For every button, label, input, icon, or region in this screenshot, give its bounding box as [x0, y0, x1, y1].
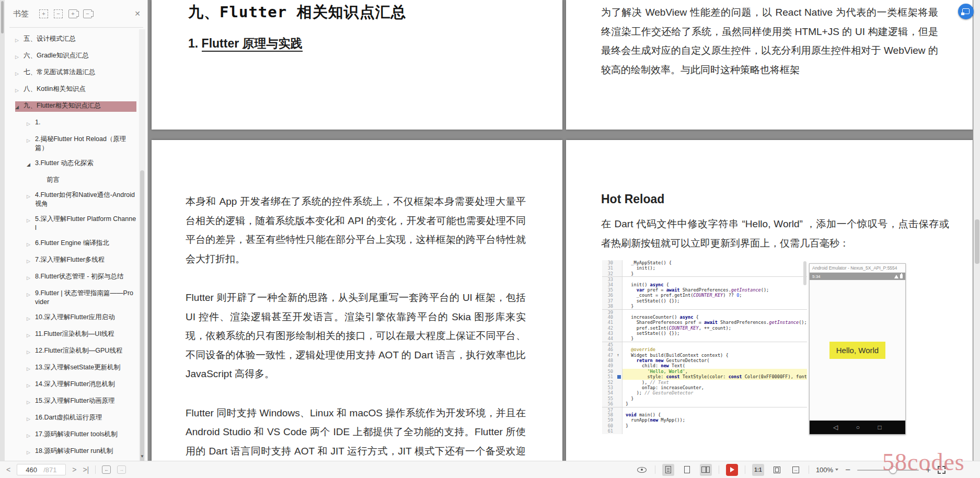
bookmark-label: 五、设计模式汇总 — [24, 34, 136, 43]
expand-toggle-icon[interactable]: ▷ — [27, 447, 35, 457]
line-number: 38 — [602, 304, 616, 309]
main-scrollbar-thumb[interactable] — [975, 219, 979, 264]
expand-toggle-icon[interactable]: ▷ — [15, 51, 24, 62]
bookmark-item[interactable]: ▷11.Flutter渲染机制—UI线程 — [15, 330, 136, 340]
line-number: 61 — [602, 428, 616, 434]
expand-all-icon[interactable]: + — [39, 9, 48, 18]
last-page-button[interactable]: >| — [83, 466, 89, 473]
bookmark-item[interactable]: ▷八、Kotlin相关知识点 — [15, 85, 136, 95]
continuous-scroll-button[interactable] — [662, 464, 674, 476]
read-mode-button[interactable] — [636, 464, 648, 476]
code-text: ), // Text — [622, 380, 807, 385]
zoom-slider-handle[interactable] — [889, 466, 897, 474]
bookmark-item[interactable]: ▷1. — [15, 118, 136, 129]
bookmark-item[interactable]: ▷13.深入理解setState更新机制 — [15, 363, 136, 374]
main-scrollbar[interactable] — [973, 0, 980, 461]
collapse-all-icon[interactable]: − — [54, 9, 63, 18]
bookmark-item[interactable]: ◢3.Flutter 动态化探索 — [15, 159, 136, 169]
sidebar-scrollbar-thumb[interactable] — [140, 170, 144, 472]
toolbar-separator — [719, 465, 719, 474]
scroll-down-arrow-icon[interactable]: ▼ — [139, 454, 145, 459]
bookmark-item[interactable]: ▷9.Flutter | 状态管理指南篇——Provider — [15, 289, 136, 307]
expand-toggle-icon[interactable]: ▷ — [27, 380, 35, 390]
expand-toggle-icon[interactable]: ▷ — [27, 363, 35, 374]
gutter-marker — [616, 304, 622, 309]
actual-size-button[interactable]: 1:1 — [752, 464, 764, 476]
page-number-input[interactable] — [19, 466, 43, 474]
expand-toggle-icon[interactable]: ▷ — [27, 430, 35, 440]
expand-toggle-icon[interactable]: ▷ — [27, 215, 35, 225]
zoom-level-dropdown[interactable]: 100% — [816, 466, 838, 474]
expand-toggle-icon[interactable]: ▷ — [15, 85, 24, 95]
expand-toggle-icon[interactable]: ▷ — [15, 68, 24, 78]
bookmark-label: 七、常见面试算法题汇总 — [24, 68, 136, 77]
toolbar-separator — [745, 465, 745, 474]
bookmark-item[interactable]: ▷7.深入理解Flutter多线程 — [15, 255, 136, 266]
bookmark-item[interactable]: ▷10.深入理解Flutter应用启动 — [15, 313, 136, 323]
expand-toggle-icon[interactable]: ▷ — [27, 313, 35, 323]
view-controls: 1:1 ↔ 100% − + — [636, 461, 946, 478]
expand-toggle-icon[interactable]: ▷ — [27, 289, 35, 299]
bookmark-item[interactable]: ▷五、设计模式汇总 — [15, 34, 136, 45]
bookmark-item[interactable]: ▷15.深入理解Flutter动画原理 — [15, 397, 136, 407]
expand-toggle-icon[interactable]: ▷ — [27, 330, 35, 340]
prev-page-button[interactable]: < — [6, 466, 10, 473]
bookmark-item[interactable]: ◢九、Flutter相关知识点汇总 — [15, 101, 136, 112]
fullscreen-button[interactable] — [938, 466, 946, 474]
slideshow-button[interactable] — [726, 464, 738, 476]
expand-toggle-icon[interactable]: ▷ — [27, 272, 35, 283]
expand-toggle-icon[interactable]: ▷ — [27, 239, 35, 249]
fit-width-button[interactable]: ↔ — [790, 464, 802, 476]
bookmark-item[interactable]: ▷七、常见面试算法题汇总 — [15, 68, 136, 78]
delete-bookmark-icon[interactable]: − — [83, 9, 92, 18]
recents-icon: □ — [878, 424, 882, 431]
gutter-marker — [616, 265, 622, 271]
close-panel-icon[interactable]: ✕ — [134, 9, 141, 18]
code-line: 50 'Hello, World', — [602, 369, 807, 374]
bookmark-item[interactable]: ▷17.源码解读Flutter tools机制 — [15, 430, 136, 440]
page-right-top: 为了解决 WebView 性能差的问题，以 React Native 为代表的一… — [566, 0, 973, 130]
expand-toggle-icon[interactable]: ▷ — [27, 135, 35, 145]
next-view-button[interactable]: → — [117, 465, 126, 474]
floating-assistant-button[interactable] — [958, 4, 974, 19]
collapse-toggle-icon[interactable]: ◢ — [27, 159, 35, 169]
previous-view-button[interactable]: ← — [102, 465, 111, 474]
bookmark-item[interactable]: ▷18.源码解读Flutter run机制 — [15, 447, 136, 457]
fit-page-button[interactable] — [771, 464, 783, 476]
code-line: 59 runApp(new MyApp()); — [602, 417, 807, 423]
expand-toggle-icon[interactable]: ▷ — [15, 34, 24, 45]
bookmark-bullet — [38, 176, 47, 177]
bookmark-item[interactable]: ▷六、Gradle知识点汇总 — [15, 51, 136, 62]
expand-toggle-icon[interactable]: ▷ — [27, 255, 35, 266]
panel-edge-scrollbar-thumb[interactable] — [1, 1, 4, 33]
expand-toggle-icon[interactable]: ▷ — [27, 413, 35, 424]
bookmarks-panel-header: 书签 + − + − ✕ — [5, 0, 148, 27]
gutter-marker — [616, 423, 622, 428]
expand-toggle-icon[interactable]: ▷ — [27, 191, 35, 201]
sidebar-scrollbar[interactable]: ▼ — [139, 29, 145, 461]
bookmark-item[interactable]: ▷2.揭秘Flutter Hot Reload（原理篇） — [15, 135, 136, 153]
zoom-in-button[interactable]: + — [926, 465, 931, 474]
facing-pages-button[interactable] — [700, 464, 712, 476]
zoom-out-button[interactable]: − — [845, 465, 850, 474]
bookmark-item[interactable]: ▷6.Flutter Engine 编译指北 — [15, 239, 136, 249]
collapse-toggle-icon[interactable]: ◢ — [15, 101, 24, 112]
bookmark-item[interactable]: ▷16.Dart虚拟机运行原理 — [15, 413, 136, 424]
bookmark-item[interactable]: ▷4.Flutter如何和Native通信-Android视角 — [15, 191, 136, 208]
bookmark-item[interactable]: ▷8.Flutter状态管理 - 初探与总结 — [15, 272, 136, 283]
code-text: @override — [622, 347, 807, 352]
next-page-button[interactable]: > — [72, 466, 76, 473]
add-bookmark-icon[interactable]: + — [68, 9, 77, 18]
bookmark-item[interactable]: 前言 — [15, 176, 136, 184]
bookmark-item[interactable]: ▷5.深入理解Flutter Platform Channel — [15, 215, 136, 232]
zoom-slider[interactable] — [857, 466, 919, 474]
expand-toggle-icon[interactable]: ▷ — [27, 397, 35, 407]
fit-page-icon — [774, 467, 780, 473]
panel-edge-scrollbar[interactable] — [0, 0, 5, 461]
bookmark-item[interactable]: ▷14.深入理解Flutter消息机制 — [15, 380, 136, 390]
expand-toggle-icon[interactable]: ▷ — [27, 118, 35, 129]
single-page-button[interactable] — [681, 464, 693, 476]
bookmark-item[interactable]: ▷12.Flutter渲染机制—GPU线程 — [15, 346, 136, 357]
code-line: 47↑ Widget build(BuildContext context) { — [602, 353, 807, 358]
expand-toggle-icon[interactable]: ▷ — [27, 346, 35, 357]
